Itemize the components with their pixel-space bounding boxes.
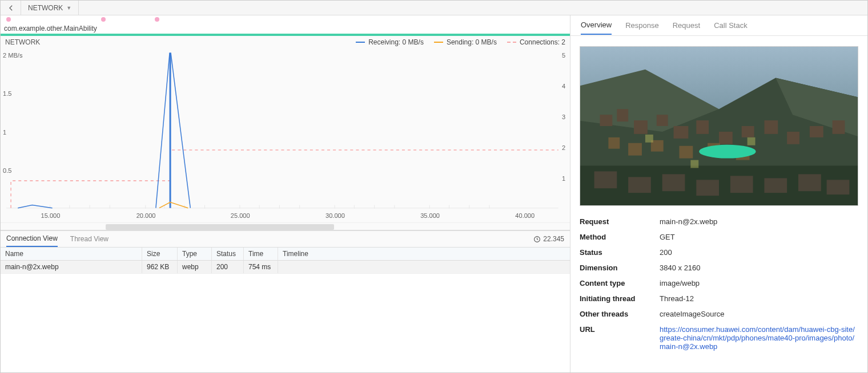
svg-rect-44	[634, 120, 648, 134]
detail-key-contenttype: Content type	[580, 279, 660, 287]
detail-key-initthread: Initiating thread	[580, 294, 660, 303]
col-name[interactable]: Name	[1, 248, 142, 260]
svg-text:1.5: 1.5	[3, 90, 11, 97]
tab-response[interactable]: Response	[625, 17, 659, 34]
svg-text:4: 4	[562, 83, 565, 90]
svg-text:40.000: 40.000	[515, 212, 535, 219]
col-status[interactable]: Status	[212, 248, 244, 260]
svg-rect-53	[833, 120, 845, 134]
svg-rect-51	[787, 132, 799, 144]
table-body: main-n@2x.webp 962 KB webp 200 754 ms	[1, 261, 570, 372]
svg-rect-47	[696, 120, 709, 134]
detail-val-method: GET	[660, 233, 858, 241]
svg-text:30.000: 30.000	[326, 212, 345, 219]
detail-val-contenttype: image/webp	[660, 279, 858, 287]
detail-key-request: Request	[580, 217, 660, 226]
svg-rect-70	[645, 135, 653, 143]
arrow-left-icon	[7, 4, 15, 12]
legend-sending: Sending: 0 MB/s	[447, 38, 497, 46]
svg-rect-49	[742, 126, 754, 137]
legend-receiving: Receiving: 0 MB/s	[368, 38, 424, 46]
detail-val-dimension: 3840 x 2160	[660, 263, 858, 272]
dropdown-label: NETWORK	[28, 4, 63, 12]
svg-text:15.000: 15.000	[41, 212, 60, 219]
tab-thread-view[interactable]: Thread View	[70, 232, 108, 246]
network-chart[interactable]: 2 MB/s 1.5 1 0.5 5 4 3 2 1 15.000 20.000…	[1, 48, 570, 222]
chart-header: NETWORK Receiving: 0 MB/s Sending: 0 MB/…	[1, 36, 570, 48]
timestamp-display: 22.345	[533, 235, 564, 243]
cell-status: 200	[212, 261, 244, 273]
cell-timeline	[278, 261, 570, 273]
svg-rect-55	[628, 143, 642, 156]
event-dot[interactable]	[155, 17, 159, 22]
svg-rect-67	[764, 178, 787, 193]
svg-rect-52	[810, 126, 823, 137]
svg-point-60	[699, 145, 756, 159]
svg-text:20.000: 20.000	[136, 212, 156, 219]
detail-key-url: URL	[580, 325, 660, 351]
col-size[interactable]: Size	[142, 248, 178, 260]
cell-type: webp	[178, 261, 212, 273]
event-dot[interactable]	[6, 17, 11, 22]
clock-icon	[533, 236, 541, 243]
svg-rect-62	[594, 171, 617, 188]
svg-text:1: 1	[562, 175, 565, 182]
svg-rect-54	[608, 137, 620, 149]
cell-name: main-n@2x.webp	[1, 261, 142, 273]
cell-time: 754 ms	[244, 261, 278, 273]
preview-mosaic-icon	[580, 47, 858, 205]
scrollbar-thumb[interactable]	[106, 224, 334, 230]
package-name: com.example.other.MainAbility	[1, 23, 570, 36]
chevron-down-icon: ▼	[66, 5, 71, 11]
col-time[interactable]: Time	[244, 248, 278, 260]
timeline-scrollbar[interactable]	[1, 222, 570, 230]
view-tabs: Connection View Thread View 22.345	[1, 230, 570, 248]
chart-legend: Receiving: 0 MB/s Sending: 0 MB/s Connec…	[356, 38, 565, 46]
svg-text:2 MB/s: 2 MB/s	[3, 52, 23, 59]
svg-text:5: 5	[562, 52, 565, 59]
table-row[interactable]: main-n@2x.webp 962 KB webp 200 754 ms	[1, 261, 570, 274]
tab-callstack[interactable]: Call Stack	[714, 17, 748, 34]
svg-rect-72	[690, 160, 698, 168]
svg-rect-46	[674, 126, 689, 139]
detail-key-method: Method	[580, 233, 660, 241]
tab-overview[interactable]: Overview	[581, 16, 612, 35]
svg-rect-71	[748, 137, 756, 145]
svg-rect-42	[600, 115, 613, 126]
svg-text:0.5: 0.5	[3, 167, 11, 174]
legend-connections: Connections: 2	[520, 38, 565, 46]
col-type[interactable]: Type	[178, 248, 212, 260]
detail-key-status: Status	[580, 248, 660, 257]
cell-size: 962 KB	[142, 261, 178, 273]
detail-val-url[interactable]: https://consumer.huawei.com/content/dam/…	[660, 325, 858, 351]
left-panel: com.example.other.MainAbility NETWORK Re…	[1, 15, 570, 372]
table-header-row: Name Size Type Status Time Timeline	[1, 248, 570, 261]
svg-rect-48	[719, 132, 733, 144]
right-panel: Overview Response Request Call Stack	[570, 15, 867, 372]
svg-rect-65	[696, 180, 719, 196]
top-toolbar: NETWORK ▼	[1, 1, 867, 15]
back-button[interactable]	[1, 1, 21, 15]
svg-text:25.000: 25.000	[231, 212, 250, 219]
svg-rect-50	[764, 120, 778, 134]
detail-tabs: Overview Response Request Call Stack	[570, 15, 867, 36]
svg-text:35.000: 35.000	[420, 212, 440, 219]
svg-rect-45	[657, 115, 668, 126]
detail-key-otherthreads: Other threads	[580, 310, 660, 318]
detail-val-otherthreads: createImageSource	[660, 310, 858, 318]
chart-title: NETWORK	[5, 38, 40, 46]
svg-rect-63	[628, 177, 651, 193]
svg-rect-43	[617, 109, 628, 121]
col-timeline[interactable]: Timeline	[278, 248, 570, 260]
svg-rect-57	[680, 146, 693, 159]
event-dot[interactable]	[101, 17, 106, 22]
svg-rect-68	[798, 174, 821, 191]
svg-rect-69	[827, 180, 850, 194]
detail-key-dimension: Dimension	[580, 263, 660, 272]
profiler-dropdown[interactable]: NETWORK ▼	[21, 1, 79, 15]
tab-connection-view[interactable]: Connection View	[6, 231, 58, 247]
tab-request[interactable]: Request	[673, 17, 700, 34]
svg-text:3: 3	[562, 113, 565, 120]
event-dots-row	[1, 15, 570, 23]
svg-rect-64	[662, 174, 685, 191]
